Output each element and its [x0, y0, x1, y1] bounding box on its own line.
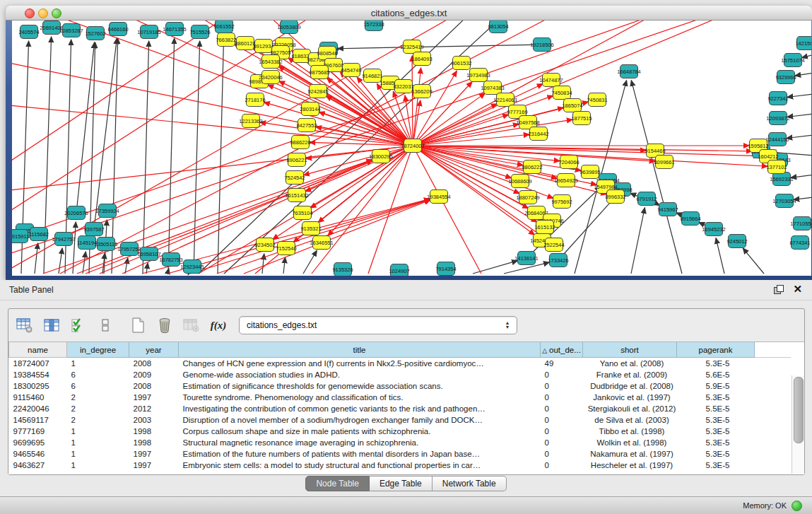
cell-title[interactable]: Genome-wide association studies in ADHD. — [179, 369, 541, 380]
close-panel-icon[interactable]: ✕ — [793, 283, 802, 296]
graph-node[interactable]: 12093872 — [766, 112, 789, 125]
graph-node[interactable]: 2803144 — [300, 103, 320, 116]
cell-year[interactable]: 2009 — [129, 369, 179, 380]
graph-node[interactable]: 9875685 — [309, 66, 329, 79]
graph-node[interactable]: 7152540 — [276, 242, 296, 255]
graph-node[interactable]: 16648784 — [617, 65, 640, 78]
graph-node[interactable]: 9975692 — [551, 195, 572, 209]
cell-pagerank[interactable]: 5.3E-5 — [677, 392, 755, 403]
graph-node[interactable]: 20206576 — [64, 206, 88, 220]
cell-in_degree[interactable]: 1 — [67, 437, 129, 448]
graph-node[interactable]: 12444150 — [765, 133, 789, 146]
graph-node[interactable]: 9329966 — [775, 71, 796, 84]
graph-node[interactable]: 9639895 — [579, 165, 600, 179]
graph-node[interactable]: 12325419 — [400, 40, 423, 54]
graph-node[interactable]: 7524542 — [284, 171, 305, 185]
column-header-name[interactable]: name — [9, 342, 67, 358]
cell-title[interactable]: Estimation of the future numbers of pati… — [179, 448, 541, 460]
graph-node[interactable]: 16958107 — [137, 247, 160, 261]
new-column-icon[interactable] — [127, 315, 148, 336]
cell-short[interactable]: de Silva et al. (2003) — [583, 414, 677, 426]
cell-year[interactable]: 2008 — [129, 380, 179, 392]
cell-name[interactable]: 9777169 — [9, 426, 67, 437]
graph-node[interactable]: 18300295 — [369, 150, 392, 163]
cell-in_degree[interactable]: 1 — [67, 460, 129, 471]
graph-node[interactable]: 9061552 — [213, 21, 234, 33]
cell-name[interactable]: 19384554 — [9, 369, 67, 380]
table-row[interactable]: 977716911998Corpus callosum shape and si… — [9, 426, 792, 437]
cell-pagerank[interactable]: 5.3E-5 — [677, 448, 755, 460]
graph-node[interactable]: 14671355 — [163, 23, 186, 36]
graph-node[interactable]: 7914354 — [435, 262, 456, 276]
cell-pagerank[interactable]: 5.5E-5 — [677, 403, 755, 414]
column-header-short[interactable]: short — [583, 342, 677, 358]
graph-node[interactable]: 7204066 — [558, 156, 579, 169]
cell-name[interactable]: 9465546 — [9, 448, 67, 460]
cell-in_degree[interactable]: 1 — [67, 358, 129, 370]
cell-pagerank[interactable]: 5.3E-5 — [677, 460, 755, 471]
graph-node[interactable]: 8915664 — [680, 212, 700, 226]
cell-short[interactable]: Stergiakouli et al. (2012) — [583, 403, 677, 414]
graph-node[interactable]: 8806222 — [522, 160, 542, 174]
graph-node[interactable]: 12213363 — [239, 115, 262, 128]
graph-node[interactable]: 15692331 — [770, 173, 793, 186]
graph-node[interactable]: 16543382 — [259, 55, 282, 69]
cell-title[interactable]: Structural magnetic resonance image aver… — [179, 437, 541, 448]
table-row[interactable]: 911546021997Tourette syndrome. Phenomeno… — [9, 392, 792, 403]
graph-node[interactable]: 7515526 — [189, 25, 210, 39]
graph-node[interactable]: 1115682 — [29, 228, 49, 241]
table-row[interactable]: 946554611997Estimation of the future num… — [9, 448, 792, 460]
cell-title[interactable]: Investigating the contribution of common… — [179, 403, 541, 414]
graph-node[interactable]: 8099661 — [654, 156, 674, 169]
cell-title[interactable]: Tourette syndrome. Phenomenology and cla… — [179, 392, 541, 403]
table-row[interactable]: 1872400712008Changes of HCN gene express… — [9, 358, 792, 370]
graph-node[interactable]: 2718176 — [245, 93, 265, 107]
cell-title[interactable]: Estimation of significance thresholds fo… — [179, 380, 541, 392]
cell-out_de[interactable]: 49 — [541, 358, 583, 370]
column-header-pagerank[interactable]: pagerank — [677, 342, 755, 358]
graph-node[interactable]: 16053809 — [277, 21, 300, 34]
cell-year[interactable]: 2012 — [129, 403, 179, 414]
graph-node[interactable]: 1733426 — [548, 254, 568, 267]
table-row[interactable]: 946362711997Embryonic stem cells: a mode… — [9, 460, 792, 471]
graph-node[interactable]: 1366209 — [411, 85, 432, 98]
table-row[interactable]: 1938455462009Genome-wide association stu… — [9, 369, 792, 380]
cell-in_degree[interactable]: 1 — [67, 426, 129, 437]
graph-node[interactable]: 1865074 — [562, 99, 582, 112]
graph-node[interactable]: 9415967 — [657, 203, 678, 216]
table-row[interactable]: 969969511998Structural magnetic resonanc… — [9, 437, 792, 448]
graph-node[interactable]: 12923445 — [180, 260, 204, 274]
cell-in_degree[interactable]: 6 — [67, 380, 129, 392]
graph-node[interactable]: 1527602 — [85, 27, 105, 40]
graph-node[interactable]: 1421597 — [795, 37, 811, 50]
graph-node[interactable]: 8454749 — [341, 64, 361, 77]
cell-out_de[interactable]: 0 — [541, 437, 583, 448]
cell-short[interactable]: Franke et al. (2009) — [583, 369, 677, 380]
cell-title[interactable]: Changes of HCN gene expression and I(f) … — [179, 358, 541, 370]
cell-out_de[interactable]: 0 — [541, 426, 583, 437]
graph-node[interactable]: 16151432 — [285, 189, 308, 202]
graph-node[interactable]: 1572338 — [363, 21, 384, 31]
graph-node[interactable]: 6466160 — [107, 23, 128, 36]
graph-node[interactable]: 17710554 — [790, 217, 811, 230]
cell-name[interactable]: 22420046 — [9, 403, 67, 414]
graph-node[interactable]: 8322037 — [393, 80, 413, 93]
cell-title[interactable]: Corpus callosum shape and size in male p… — [179, 426, 541, 437]
graph-node[interactable]: 18807249 — [516, 191, 539, 204]
graph-node[interactable]: 19654923 — [554, 174, 577, 187]
graph-node[interactable]: 15751074 — [781, 54, 804, 67]
graph-node[interactable]: 1877515 — [571, 112, 592, 125]
table-row[interactable]: 1830029562008Estimation of significance … — [9, 380, 792, 392]
cell-short[interactable]: Wolkin et al. (1998) — [583, 437, 677, 448]
graph-node[interactable]: 12703054 — [772, 194, 796, 208]
graph-node[interactable]: 7635104 — [292, 206, 312, 220]
cell-year[interactable]: 1997 — [129, 460, 179, 471]
cell-name[interactable]: 9463627 — [9, 460, 67, 471]
graph-node[interactable]: 8860128 — [235, 37, 255, 50]
graph-node[interactable]: 19218506 — [530, 38, 553, 52]
network-canvas[interactable]: 2405574206914061085328715276026466160107… — [12, 21, 811, 276]
graph-node[interactable]: 2405574 — [18, 25, 39, 39]
graph-node[interactable]: 1864093 — [411, 52, 432, 66]
cell-name[interactable]: 18300295 — [9, 380, 67, 392]
table-scrollbar[interactable] — [792, 375, 804, 474]
